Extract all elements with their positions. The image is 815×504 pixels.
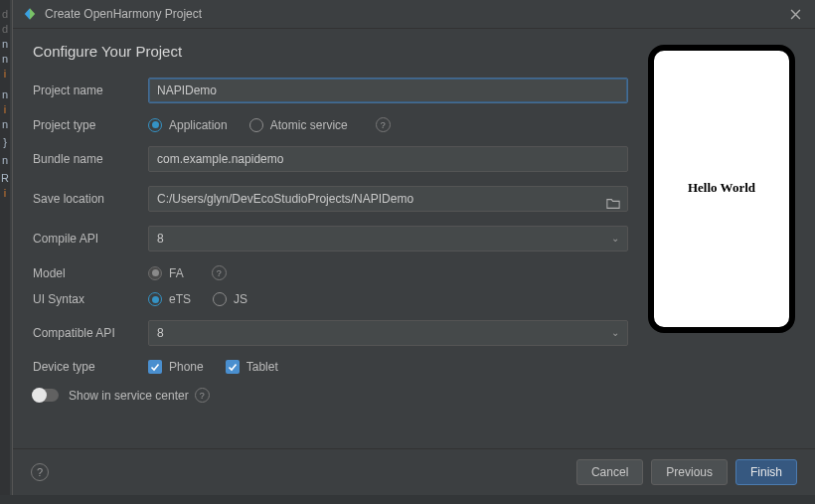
device-preview: Hello World <box>648 45 795 333</box>
ui-syntax-js-radio[interactable]: JS <box>213 292 247 306</box>
ui-syntax-label: UI Syntax <box>33 292 148 306</box>
device-type-label: Device type <box>33 360 148 374</box>
bundle-name-label: Bundle name <box>33 152 148 166</box>
model-label: Model <box>33 266 148 280</box>
compile-api-select[interactable]: 8 ⌄ <box>148 226 628 252</box>
finish-button[interactable]: Finish <box>735 459 797 485</box>
ui-syntax-ets-radio[interactable]: eTS <box>148 292 191 306</box>
model-info-icon[interactable]: ? <box>212 265 227 280</box>
show-in-service-center-toggle[interactable] <box>33 389 59 402</box>
project-name-label: Project name <box>33 84 148 97</box>
compatible-api-select[interactable]: 8 ⌄ <box>148 320 628 346</box>
show-in-service-center-label: Show in service center <box>69 389 189 403</box>
project-type-application-radio[interactable]: Application <box>148 118 228 132</box>
chevron-down-icon: ⌄ <box>611 227 619 251</box>
app-logo-icon <box>23 7 37 21</box>
save-location-label: Save location <box>33 192 148 206</box>
cancel-button[interactable]: Cancel <box>576 459 643 485</box>
browse-folder-icon[interactable] <box>606 193 620 205</box>
model-fa-radio[interactable]: FA <box>148 266 184 280</box>
device-phone-checkbox[interactable]: Phone <box>148 360 204 374</box>
service-center-info-icon[interactable]: ? <box>195 388 210 403</box>
project-name-input[interactable]: NAPIDemo <box>148 78 628 103</box>
project-type-atomic-radio[interactable]: Atomic service <box>249 118 348 132</box>
page-title: Configure Your Project <box>33 43 628 60</box>
project-type-label: Project type <box>33 118 148 132</box>
close-icon[interactable] <box>785 4 805 24</box>
editor-gutter: dd nn i n i n } n R i <box>0 0 10 504</box>
bundle-name-input[interactable]: com.example.napidemo <box>148 146 628 172</box>
help-icon[interactable]: ? <box>31 463 49 481</box>
save-location-input[interactable]: C:/Users/glyn/DevEcoStudioProjects/NAPID… <box>148 186 628 212</box>
compatible-api-label: Compatible API <box>33 326 148 340</box>
device-tablet-checkbox[interactable]: Tablet <box>226 360 278 374</box>
previous-button[interactable]: Previous <box>651 459 728 485</box>
preview-text: Hello World <box>688 180 755 196</box>
chevron-down-icon: ⌄ <box>611 321 619 345</box>
window-title: Create OpenHarmony Project <box>45 7 785 21</box>
project-type-info-icon[interactable]: ? <box>376 117 391 132</box>
titlebar: Create OpenHarmony Project <box>13 0 815 29</box>
ide-status-strip <box>0 495 815 504</box>
compile-api-label: Compile API <box>33 232 148 246</box>
dialog-frame: Create OpenHarmony Project Configure You… <box>12 0 815 495</box>
